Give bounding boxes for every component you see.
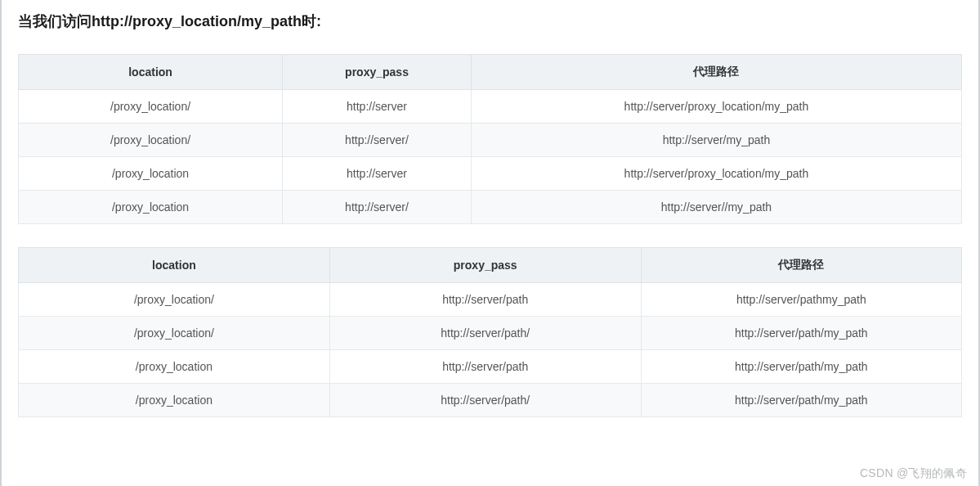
cell-location: /proxy_location/: [19, 124, 283, 157]
cell-proxy-pass: http://server/path: [329, 350, 641, 384]
cell-location: /proxy_location: [19, 157, 283, 191]
cell-proxy-path: http://server/proxy_location/my_path: [471, 90, 961, 124]
table-row: /proxy_location/ http://server/ http://s…: [19, 124, 962, 157]
cell-proxy-pass: http://server/path/: [329, 317, 641, 350]
watermark-text: CSDN @飞翔的佩奇: [860, 466, 967, 481]
proxy-table-2: location proxy_pass 代理路径 /proxy_location…: [18, 247, 962, 417]
cell-proxy-path: http://server/path/my_path: [641, 384, 961, 417]
header-proxy-path: 代理路径: [471, 55, 961, 90]
table-row: /proxy_location http://server/ http://se…: [19, 191, 962, 224]
cell-location: /proxy_location: [19, 191, 283, 224]
header-location: location: [19, 248, 330, 283]
cell-proxy-pass: http://server/: [283, 124, 472, 157]
cell-location: /proxy_location/: [19, 90, 283, 124]
page-title: 当我们访问http://proxy_location/my_path时:: [18, 11, 962, 31]
cell-proxy-pass: http://server: [283, 157, 472, 191]
table-row: /proxy_location http://server/path/ http…: [19, 384, 962, 417]
cell-proxy-path: http://server//my_path: [471, 191, 961, 224]
cell-location: /proxy_location/: [19, 283, 330, 317]
cell-location: /proxy_location/: [19, 317, 330, 350]
cell-proxy-path: http://server/my_path: [471, 124, 961, 157]
cell-proxy-pass: http://server/: [283, 191, 472, 224]
header-proxy-path: 代理路径: [641, 248, 961, 283]
header-location: location: [19, 55, 283, 90]
cell-proxy-pass: http://server: [283, 90, 472, 124]
header-proxy-pass: proxy_pass: [283, 55, 472, 90]
cell-location: /proxy_location: [19, 384, 330, 417]
cell-proxy-path: http://server/path/my_path: [641, 317, 961, 350]
cell-proxy-pass: http://server/path: [329, 283, 641, 317]
table-row: /proxy_location http://server/path http:…: [19, 350, 962, 384]
cell-proxy-path: http://server/proxy_location/my_path: [471, 157, 961, 191]
cell-proxy-path: http://server/path/my_path: [641, 350, 961, 384]
cell-proxy-path: http://server/pathmy_path: [641, 283, 961, 317]
proxy-table-1: location proxy_pass 代理路径 /proxy_location…: [18, 54, 962, 224]
table-header-row: location proxy_pass 代理路径: [19, 55, 962, 90]
table-row: /proxy_location/ http://server/path http…: [19, 283, 962, 317]
cell-proxy-pass: http://server/path/: [329, 384, 641, 417]
table-row: /proxy_location/ http://server/path/ htt…: [19, 317, 962, 350]
header-proxy-pass: proxy_pass: [329, 248, 641, 283]
table-row: /proxy_location http://server http://ser…: [19, 157, 962, 191]
cell-location: /proxy_location: [19, 350, 330, 384]
table-row: /proxy_location/ http://server http://se…: [19, 90, 962, 124]
table-header-row: location proxy_pass 代理路径: [19, 248, 962, 283]
